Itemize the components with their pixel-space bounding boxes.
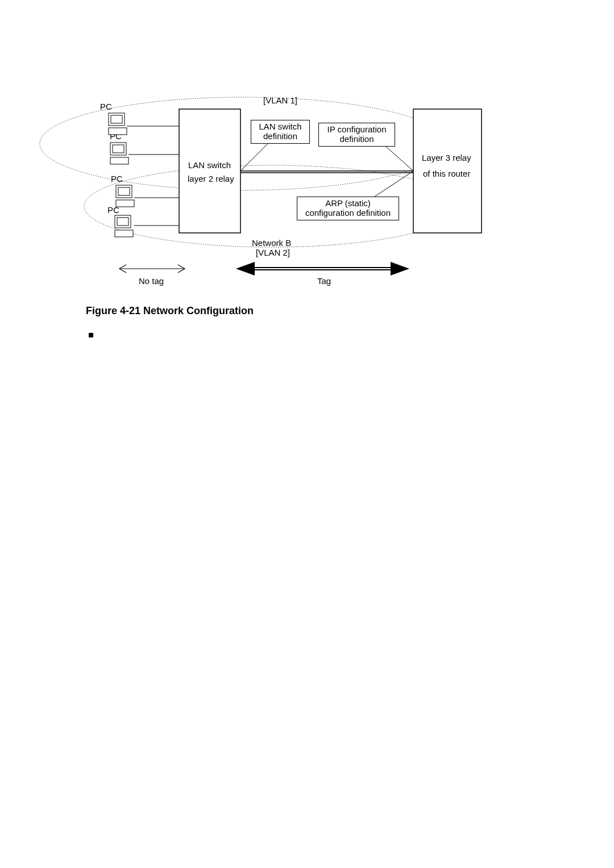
svg-marker-17 <box>391 262 409 276</box>
svg-rect-22 <box>113 145 124 153</box>
ip-def-line1: IP configuration <box>327 124 387 134</box>
pc-icon <box>114 215 134 237</box>
svg-rect-25 <box>118 187 130 195</box>
arp-def-box: ARP (static) configuration definition <box>297 197 399 220</box>
pc-icon <box>108 112 127 135</box>
svg-rect-2 <box>179 109 240 233</box>
vlan2-label: [VLAN 2] <box>256 248 290 258</box>
svg-rect-28 <box>117 218 128 226</box>
pc-icon <box>115 185 135 207</box>
pc1-label: PC <box>100 102 112 112</box>
vlan1-label: [VLAN 1] <box>263 96 297 106</box>
arp-line2: configuration definition <box>305 208 391 218</box>
figure-caption: Figure 4-21 Network Configuration <box>86 305 254 317</box>
ip-def-line2: definition <box>339 134 374 144</box>
svg-rect-20 <box>109 128 127 135</box>
lan-def-line2: definition <box>263 131 297 141</box>
lan-switch-line2: layer 2 relay <box>188 174 234 184</box>
svg-marker-16 <box>236 262 255 276</box>
svg-rect-19 <box>111 115 122 123</box>
svg-rect-29 <box>115 230 133 237</box>
svg-rect-23 <box>110 157 128 164</box>
ip-config-def-box: IP configuration definition <box>318 123 395 147</box>
lan-def-line1: LAN switch <box>259 122 301 131</box>
networkb-label: Network B <box>252 239 291 248</box>
lan-switch-def-box: LAN switch definition <box>251 120 310 144</box>
pc3-label: PC <box>111 174 123 184</box>
svg-rect-26 <box>116 200 134 207</box>
router-line2: of this router <box>423 169 470 179</box>
tag-label: Tag <box>317 277 331 286</box>
svg-line-10 <box>240 141 271 171</box>
bullet-icon <box>89 333 93 337</box>
no-tag-label: No tag <box>139 277 164 286</box>
pc-icon <box>110 142 129 165</box>
lan-switch-line1: LAN switch <box>188 161 231 170</box>
arp-line1: ARP (static) <box>325 198 371 208</box>
router-line1: Layer 3 relay <box>422 153 471 163</box>
